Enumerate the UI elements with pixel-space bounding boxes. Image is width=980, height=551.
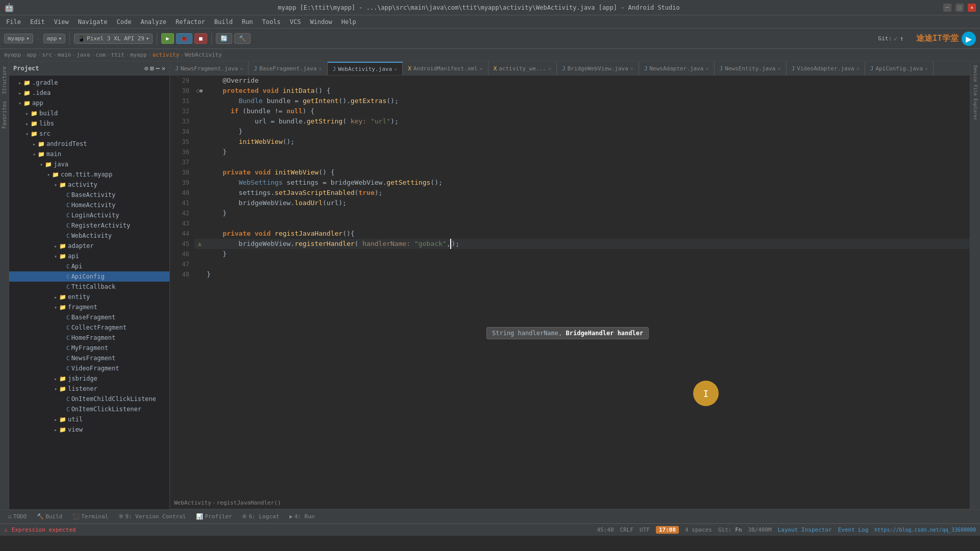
- tab-activity-we[interactable]: X activity_we... ✕: [488, 62, 557, 75]
- breadcrumb-myapp[interactable]: myapp: [4, 52, 21, 58]
- tree-item-collectfragment[interactable]: ▸ C CollectFragment: [9, 322, 169, 333]
- tab-newsentity[interactable]: J NewsEntity.java ✕: [715, 62, 787, 75]
- tree-item-src[interactable]: ▾ 📁 src: [9, 129, 169, 139]
- left-tab-structure[interactable]: Structure: [1, 63, 8, 97]
- breadcrumb-app[interactable]: app: [27, 52, 37, 58]
- expand-icon[interactable]: ⊞: [150, 65, 154, 72]
- tree-item-listener[interactable]: ▾ 📁 listener: [9, 384, 169, 394]
- tab-close-icon[interactable]: ✕: [480, 66, 483, 71]
- menu-item-view[interactable]: View: [50, 17, 73, 27]
- breadcrumb-myapp2[interactable]: myapp: [130, 52, 147, 58]
- tab-newsadapter[interactable]: J NewsAdapter.java ✕: [639, 62, 715, 75]
- bottom-tab-vcs[interactable]: ⑨ 9: Version Control: [114, 512, 190, 521]
- maximize-button[interactable]: □: [955, 4, 964, 12]
- menu-item-vcs[interactable]: VCS: [286, 17, 305, 27]
- tree-item-app[interactable]: ▾ 📁 app: [9, 98, 169, 108]
- stop-button[interactable]: ■: [194, 33, 207, 44]
- module-dropdown[interactable]: app ▾: [43, 34, 66, 43]
- tree-item-libs[interactable]: ▸ 📁 libs: [9, 118, 169, 129]
- editor-breadcrumb-method[interactable]: registJavaHandler(): [216, 499, 281, 506]
- menu-item-code[interactable]: Code: [113, 17, 136, 27]
- bottom-tab-profiler[interactable]: 📊 Profiler: [192, 512, 236, 521]
- tab-close-icon[interactable]: ✕: [394, 66, 397, 72]
- menu-item-build[interactable]: Build: [210, 17, 237, 27]
- tab-apiconfig[interactable]: J ApiConfig.java ✕: [865, 62, 934, 75]
- tree-item-idea[interactable]: ▸ 📁 .idea: [9, 88, 169, 98]
- run-button[interactable]: ▶: [161, 33, 174, 44]
- menu-item-run[interactable]: Run: [238, 17, 257, 27]
- menu-item-file[interactable]: File: [2, 17, 25, 27]
- tree-item-api[interactable]: ▾ 📁 api: [9, 251, 169, 261]
- device-dropdown[interactable]: 📱 Pixel 3 XL API 29 ▾: [74, 34, 153, 44]
- tree-item-homefragment[interactable]: ▸ C HomeFragment: [9, 333, 169, 343]
- close-button[interactable]: ✕: [968, 4, 976, 12]
- menu-item-window[interactable]: Window: [306, 17, 336, 27]
- bottom-tab-logcat[interactable]: ⑥ 6: Logcat: [238, 512, 283, 521]
- breadcrumb-main[interactable]: main: [58, 52, 71, 58]
- tree-item-apiconfig[interactable]: ▸ C ApiConfig: [9, 271, 169, 282]
- breadcrumb-webactivity[interactable]: WebActivity: [185, 52, 222, 58]
- tab-androidmanifest[interactable]: X AndroidManifest.xml ✕: [403, 62, 488, 75]
- tree-item-videofragment[interactable]: ▸ C VideoFragment: [9, 363, 169, 373]
- tab-bridgewebview[interactable]: J BridgeWebView.java ✕: [557, 62, 639, 75]
- menu-item-refactor[interactable]: Refactor: [172, 17, 209, 27]
- editor-breadcrumb-webactivity[interactable]: WebActivity: [174, 499, 211, 506]
- bottom-tab-todo[interactable]: ☑ TODO: [4, 512, 31, 521]
- menu-item-navigate[interactable]: Navigate: [74, 17, 112, 27]
- minimize-button[interactable]: ─: [943, 4, 951, 12]
- debug-button[interactable]: 🐞: [176, 33, 192, 44]
- bottom-tab-build[interactable]: 🔨 Build: [33, 512, 66, 521]
- tab-close-icon[interactable]: ✕: [548, 66, 551, 71]
- cursor-position[interactable]: 45:48: [597, 527, 614, 533]
- tab-close-icon[interactable]: ✕: [240, 66, 243, 71]
- event-log-link[interactable]: Event Log: [838, 527, 869, 533]
- tab-webactivity[interactable]: J WebActivity.java ✕: [328, 62, 403, 75]
- bottom-tab-run[interactable]: ▶ 4: Run: [285, 512, 318, 521]
- menu-item-help[interactable]: Help: [337, 17, 360, 27]
- close-panel-icon[interactable]: ✕: [162, 65, 165, 72]
- tree-item-view[interactable]: ▸ 📁 view: [9, 424, 169, 435]
- tree-item-newsfragment[interactable]: ▸ C NewsFragment: [9, 353, 169, 363]
- tree-item-onitemclick[interactable]: ▸ C OnItemClickListener: [9, 404, 169, 414]
- tree-item-baseactivity[interactable]: ▸ C BaseActivity: [9, 190, 169, 200]
- tree-item-comttitmyapp[interactable]: ▾ 📁 com.ttit.myapp: [9, 169, 169, 180]
- build-button[interactable]: 🔨: [234, 33, 251, 44]
- tree-item-adapter[interactable]: ▸ 📁 adapter: [9, 241, 169, 251]
- tab-close-icon[interactable]: ✕: [856, 66, 860, 71]
- tree-item-onitemchild[interactable]: ▸ C OnItemChildClickListene: [9, 394, 169, 404]
- tree-item-loginactivity[interactable]: ▸ C LoginActivity: [9, 210, 169, 220]
- tab-newsfragment[interactable]: J NewsFragment.java ✕: [170, 62, 249, 75]
- breadcrumb-activity[interactable]: activity: [152, 52, 179, 58]
- tab-close-icon[interactable]: ✕: [777, 66, 780, 71]
- tree-item-gradle[interactable]: ▸ 📁 .gradle: [9, 78, 169, 88]
- tree-item-myfragment[interactable]: ▸ C MyFragment: [9, 343, 169, 353]
- breadcrumb-com[interactable]: com: [95, 52, 106, 58]
- project-dropdown[interactable]: myapp ▾: [4, 34, 33, 43]
- tab-basefragment[interactable]: J BaseFragment.java ✕: [249, 62, 327, 75]
- tree-item-api-class[interactable]: ▸ C Api: [9, 261, 169, 271]
- floating-hint-circle[interactable]: I: [693, 381, 719, 406]
- tree-item-basefragment[interactable]: ▸ C BaseFragment: [9, 312, 169, 322]
- breadcrumb-src[interactable]: src: [42, 52, 52, 58]
- left-tab-favorites[interactable]: Favorites: [1, 98, 8, 132]
- charset[interactable]: UTF: [640, 527, 650, 533]
- tree-item-jsbridge[interactable]: ▸ 📁 jsbridge: [9, 373, 169, 384]
- tab-videoadapter[interactable]: J VideoAdapter.java ✕: [787, 62, 865, 75]
- menu-item-edit[interactable]: Edit: [26, 17, 49, 27]
- tree-item-registeractivity[interactable]: ▸ C RegisterActivity: [9, 220, 169, 231]
- csdn-url[interactable]: https://blog.csdn.net/qq_33600000: [874, 527, 976, 533]
- right-tab-device[interactable]: Device File Explorer: [972, 61, 979, 124]
- tree-item-fragment[interactable]: ▾ 📁 fragment: [9, 302, 169, 312]
- layout-inspector-link[interactable]: Layout Inspector: [778, 527, 832, 533]
- tree-item-java[interactable]: ▾ 📁 java: [9, 159, 169, 169]
- code-editor[interactable]: 29 @Override 30 ○● protected void initDa…: [170, 76, 970, 497]
- gear-icon[interactable]: ⚙: [144, 65, 148, 72]
- tree-item-webactivity[interactable]: ▸ C WebActivity: [9, 231, 169, 241]
- tree-item-entity[interactable]: ▸ 📁 entity: [9, 292, 169, 302]
- bottom-tab-terminal[interactable]: ⬛ Terminal: [68, 512, 112, 521]
- menu-item-analyze[interactable]: Analyze: [136, 17, 170, 27]
- spaces-label[interactable]: 4 spaces: [685, 527, 712, 533]
- menu-item-tools[interactable]: Tools: [258, 17, 285, 27]
- tree-item-homeactivity[interactable]: ▸ C HomeActivity: [9, 200, 169, 210]
- tab-close-icon[interactable]: ✕: [925, 66, 928, 71]
